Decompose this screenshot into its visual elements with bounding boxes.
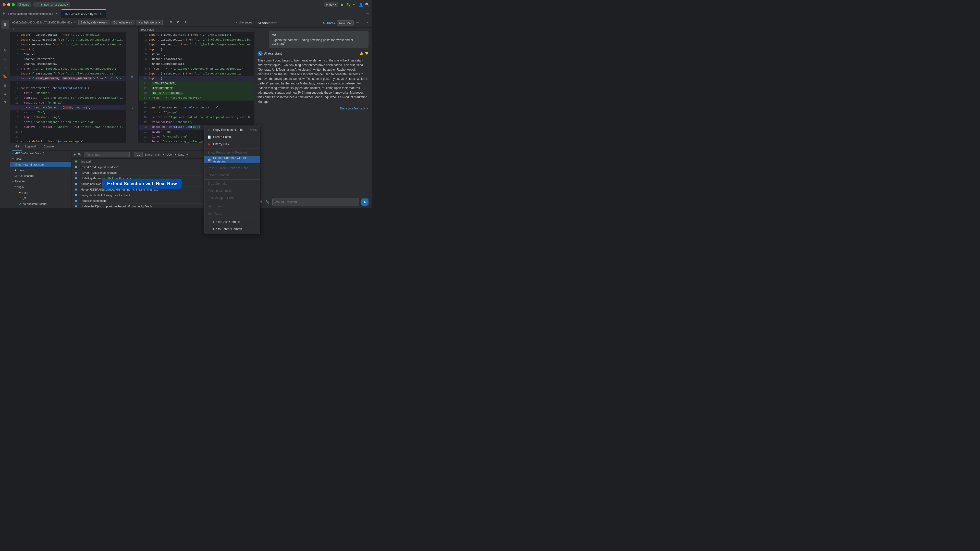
git-local-section[interactable]: ▾ Local [10,156,71,162]
code-line-1: 1 import { LayoutContext } from "../../s… [10,33,126,38]
ctx-copy-revision[interactable]: ⎘ Copy Revision Number ⌥⌘C [204,126,260,133]
branch-rust-label: rust-channel [19,174,34,177]
ignore-dropdown[interactable]: Do not ignore ▾ [111,20,135,25]
view-mode-dropdown[interactable]: Side-by-side viewer ▾ [78,20,110,25]
commit-dot-4 [75,183,77,185]
code-line-27: 23 export default class DjangoHomepage { [10,139,126,143]
git-remote-g3[interactable]: ⎇ g3 [10,195,71,201]
thumbs-down-icon[interactable]: 👎 [365,51,369,56]
thumbs-up-icon[interactable]: 👍 [360,51,363,56]
tooltip-text: Extend Selection with Next Row [107,181,177,186]
mod-line-4: 4import { [138,47,254,52]
all-chats-link[interactable]: All Chats [323,21,335,24]
sidebar-split-icon[interactable]: ⊟ [1,81,9,89]
ai-ask-input[interactable] [272,198,360,206]
sidebar-nav-up[interactable]: ↑ [1,29,9,37]
code-line-25: 21 }; [10,130,126,135]
git-branch-main[interactable]: ★ main [10,167,71,173]
sidebar-arrow-left[interactable]: ← [1,55,9,63]
mod-line-11: 11 LINK_RESOURCE, [138,81,254,86]
tab-log[interactable]: Log: main [22,143,40,151]
git-head-item[interactable]: ▾ HEAD (Current Branch) [10,151,71,156]
settings-btn[interactable]: ⚙ [175,20,181,25]
ai-more-icon[interactable]: ⋯ [356,21,359,25]
cherry-icon: 🍒 [207,142,211,146]
tab-console[interactable]: Console [40,143,57,151]
mod-line-9: 9 import { BaseLayout } from "../../layo… [138,71,254,76]
gutter-arrow-10[interactable]: » [130,75,134,79]
sidebar-arrow-right[interactable]: → [1,64,9,72]
gutter-arrow-20[interactable]: » [130,106,134,110]
sidebar-settings-icon[interactable]: ⚙ [1,90,9,98]
ctx-reset-label: Reset Current Branch to Here... [207,166,251,170]
close-button[interactable] [3,3,6,6]
code-line-19: 15 resourceType: "channel", [10,100,126,105]
git-branch-rust[interactable]: ⎇ rust-channel [10,173,71,179]
code-line-21: 17 author: "hs", [10,110,126,115]
minimize-button[interactable] [7,3,10,6]
dot-icon: • [132,153,133,156]
git-remote-section[interactable]: ▾ Remote [10,179,71,184]
commit-search-input[interactable] [84,152,129,157]
ai-expand-icon[interactable]: × [366,21,369,25]
tab-extract-method[interactable]: M↓ extract-method-refactoring/index.md × [0,9,62,18]
sidebar-nav-down[interactable]: ↓ [1,38,9,46]
run-icon[interactable]: ▶ [340,3,345,6]
tab-commit-index[interactable]: TS Commit: index.11ty.tsx × [62,9,106,18]
debug-icon[interactable]: 🐛 [347,3,351,6]
highlight-dropdown[interactable]: Highlight words ▾ [136,20,162,25]
ctx-explain-commits[interactable]: 🤖 Explain Commits with AI Assistant [204,156,260,163]
git-remote-origin[interactable]: ▾ origin [10,184,71,190]
sidebar-help-icon[interactable]: ? [1,98,9,106]
git-remote-mb-headers[interactable]: ⎇ mb-headers [10,206,71,208]
ctx-create-patch[interactable]: 📄 Create Patch... [204,133,260,141]
new-chat-button[interactable]: New Chat [337,21,354,25]
run-config[interactable]: ▶ dev ▾ [324,2,339,6]
sidebar-diff-icon[interactable]: ⇅ [1,21,9,29]
help-btn[interactable]: ? [183,20,188,25]
mod-line-2: 2 import ListingSection from "../../_inc… [138,38,254,42]
tab-more-options[interactable]: ⋯ [363,12,372,16]
commit-graph-6 [73,194,79,196]
user-icon[interactable]: 👤 [359,3,363,6]
ai-bot-header: AI AI Assistant 👍 👎 [258,51,369,56]
mod-line-7: 7 ChannelHomepageData, [138,62,254,67]
code-line-17: 13 title: "Django", [10,91,126,96]
cc-button[interactable]: Cc [135,152,142,157]
branch-hs-label: hs_new_ai_assistant [18,163,45,166]
original-code[interactable]: 1 import { LayoutContext } from "../../s… [10,33,126,143]
app-breadcrumb[interactable]: G guide [17,2,31,7]
ai-bot-icon: AI [258,51,262,56]
ctx-new-branch: New Branch... [204,203,260,208]
maximize-button[interactable] [12,3,15,6]
ctx-cherry-pick[interactable]: 🍒 Cherry-Pick [204,141,260,148]
left-sidebar: ⇅ ↑ ↓ ✎ ← → 🔖 ⊟ ⚙ ? [0,18,10,208]
git-branch-hs[interactable]: 🌿 hs_new_ai_assistant [10,162,71,167]
search-icon[interactable]: 🔍 [365,3,369,6]
ai-send-button[interactable]: ➤ [361,198,369,206]
ai-close-icon[interactable]: — [361,21,364,25]
code-line-20: 16 date: new Date(Date.UTC(2023, 10, 20)… [10,105,126,110]
ai-messages-area: Me ⋯ Explain the commit "Adding new blog… [255,27,372,196]
tab-close-2[interactable]: × [99,12,103,16]
toggle-btn-1[interactable]: ⊟ [167,20,174,25]
code-line-9: 9 import { BaseLayout } from "../../layo… [10,71,126,76]
more-options-icon[interactable]: ⋯ [353,3,357,6]
commit-dot-1 [75,166,77,168]
git-remote-main[interactable]: ★ main [10,190,71,195]
tab-git[interactable]: Git [12,143,22,151]
context-menu: ⎘ Copy Revision Number ⌥⌘C 📄 Create Patc… [204,125,260,208]
ai-panel: AI Assistant All Chats New Chat ⋯ — × Me… [254,18,372,208]
tab-close-1[interactable]: × [55,12,58,16]
ai-attachment-icon[interactable]: 📎 [265,199,270,205]
branch-breadcrumb[interactable]: ⎇ hs_new_ai_assistant ▾ [33,2,70,6]
tooltip-banner: Extend Selection with Next Row [102,179,182,189]
add-icon[interactable]: + [73,152,76,157]
ai-user-more-icon[interactable]: ⋯ [363,33,366,37]
ctx-drop-commits: Drop Commits [204,180,260,187]
ai-user-name: Me [272,33,276,37]
sidebar-edit-icon[interactable]: ✎ [1,46,9,55]
sidebar-bookmark-icon[interactable]: 🔖 [1,73,9,81]
ai-feedback-link[interactable]: Share your feedback [339,107,366,110]
git-remote-go[interactable]: ⎇ go-boostore-tutorial [10,201,71,206]
